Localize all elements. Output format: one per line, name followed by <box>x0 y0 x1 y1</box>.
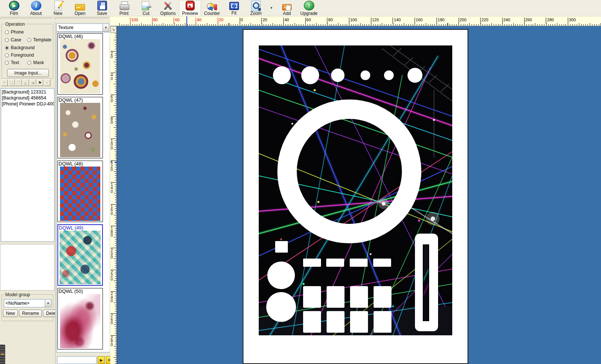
v-ruler-label: 200 <box>111 248 114 259</box>
document-page[interactable] <box>243 29 468 364</box>
toolbar-button-label: About <box>30 11 42 16</box>
empty-panel <box>0 244 54 291</box>
layer-list-item[interactable]: [Phone] Pioneer DDJ-400 <box>2 101 54 107</box>
texture-thumbnail-list: DQWL (46) DQWL (47) DQWL (48) DQWL (49) … <box>56 32 110 352</box>
toolbar-button[interactable]: Counter ▼ <box>201 0 223 16</box>
tempo-slider-slot <box>423 244 429 321</box>
pad-cutout <box>327 286 344 308</box>
toolbar-button[interactable]: Cut ▼ <box>135 0 157 16</box>
toolbar-button-icon <box>9 1 19 10</box>
model-group-button[interactable]: New <box>3 310 18 317</box>
edit-tool-button[interactable]: ◀ <box>29 79 36 86</box>
operation-radio[interactable]: Text <box>5 60 19 65</box>
apply-texture-icon[interactable]: ▶ <box>98 356 105 364</box>
edit-tool-button[interactable]: ◭ <box>22 79 29 86</box>
edit-tool-button[interactable]: ⚑ <box>37 79 43 86</box>
design-canvas[interactable] <box>117 26 601 364</box>
pad-cutout <box>303 311 321 333</box>
h-ruler-label: 20 <box>218 18 223 23</box>
h-ruler-label: 240 <box>502 18 510 23</box>
v-ruler-label: 120 <box>111 160 114 172</box>
toolbar-button[interactable]: About ▼ <box>25 0 47 16</box>
texture-thumbnail[interactable]: DQWL (49) <box>57 224 103 286</box>
toolbar-button[interactable]: Open ▼ <box>69 0 91 16</box>
v-ruler-label: 60 <box>111 95 114 102</box>
h-ruler-label: 140 <box>393 18 400 23</box>
toolbar-button[interactable]: Preview ▼ <box>179 0 201 16</box>
radio-icon <box>5 38 9 42</box>
texture-name-input[interactable] <box>57 356 97 364</box>
edit-mini-toolbar: ↶ ❏ ❐ ◭ ◀ ⚑ × <box>1 79 51 86</box>
h-ruler-label: 280 <box>546 18 554 23</box>
zoom-dropdown-arrow[interactable]: ▼ <box>270 6 273 10</box>
knob-cutout <box>273 66 291 84</box>
toolbar-button[interactable]: Zoom ▼ <box>245 0 267 16</box>
operation-radio[interactable]: Template <box>27 37 51 42</box>
texture-thumbnail-image <box>60 294 100 348</box>
toolbar-button[interactable]: Film ▼ <box>3 0 25 16</box>
operation-groupbox: Operation Phone Case Template Background… <box>1 24 53 79</box>
texture-thumbnail[interactable]: DQWL (47) <box>57 97 103 158</box>
toolbar-button-icon <box>119 1 130 10</box>
edit-tool-button[interactable]: ❏ <box>8 79 15 86</box>
tempo-slider-cutout <box>415 234 438 331</box>
toolbar-button[interactable]: Upgrade ▼ <box>298 0 320 16</box>
h-ruler-label: 120 <box>371 18 379 23</box>
texture-thumbnail-label: DQWL (49) <box>58 225 102 231</box>
texture-category-combo[interactable]: Texture ▼ <box>56 23 109 32</box>
pad-cutout <box>350 286 368 308</box>
operation-radio[interactable]: Mask <box>27 60 44 65</box>
v-ruler-label: 160 <box>111 204 114 216</box>
layer-list-item[interactable]: [Background] 456654 <box>2 95 54 101</box>
h-ruler-label: 20 <box>261 18 267 23</box>
v-ruler-label: 80 <box>111 117 114 124</box>
undo-icon: ↶ <box>3 81 6 85</box>
edit-tool-button[interactable]: ↶ <box>1 79 8 86</box>
chevron-down-icon[interactable]: ▼ <box>103 24 109 31</box>
texture-thumbnail[interactable]: DQWL (46) <box>57 33 103 95</box>
toolbar-button[interactable]: Print ▼ <box>113 0 135 16</box>
ruler-position-marker <box>186 16 187 26</box>
image-input-button[interactable]: Image Input... <box>7 69 49 77</box>
model-group-combo[interactable]: <NoName> ▼ <box>4 299 51 307</box>
texture-thumbnail[interactable]: DQWL (50) <box>57 288 103 349</box>
edit-tool-button[interactable]: × <box>44 79 50 86</box>
operation-radio[interactable]: Case <box>5 37 21 42</box>
skin-design-area[interactable] <box>259 45 452 335</box>
radio-icon <box>5 46 9 50</box>
toolbar-button[interactable]: Save ▼ <box>91 0 113 16</box>
toolbar-button[interactable]: New ▼ <box>47 0 69 16</box>
texture-thumbnail-label: DQWL (46) <box>58 34 103 39</box>
h-ruler-label: 60 <box>174 18 179 23</box>
h-ruler-label: 100 <box>130 18 138 23</box>
h-ruler-label: 160 <box>415 18 422 23</box>
texture-search-row: ▶ ✉ <box>56 355 117 364</box>
texture-thumbnail[interactable]: DQWL (48) <box>57 161 103 222</box>
chevron-down-icon[interactable]: ▼ <box>45 300 51 307</box>
toolbar-button[interactable]: Options ▼ <box>157 0 179 16</box>
texture-thumbnail-image <box>60 231 101 284</box>
toolbar-button-label: Add <box>283 11 291 16</box>
docked-mini-palette[interactable] <box>0 345 5 364</box>
toolbar-button-icon <box>75 4 85 10</box>
horizontal-ruler: 1008060402002040608010012014016018020022… <box>110 16 601 26</box>
toolbar-button[interactable]: Add ▼ <box>276 0 298 16</box>
toolbar-button-icon <box>229 2 239 10</box>
h-ruler-label: 40 <box>283 18 289 23</box>
operation-radio[interactable]: Background <box>5 45 35 50</box>
toolbar-button-icon <box>186 1 195 10</box>
h-ruler-label: 100 <box>349 18 357 23</box>
operation-radio[interactable]: Phone <box>5 29 24 35</box>
vertical-ruler: 020406080100120140160180200220240260280 <box>110 26 117 364</box>
layer-list-item[interactable]: [Background] 123321 <box>2 89 54 95</box>
edit-tool-button[interactable]: ❐ <box>15 79 22 86</box>
ruler-origin-button[interactable]: ↘ <box>110 26 117 33</box>
toolbar-button-label: Open <box>75 11 85 16</box>
knob-cutout <box>301 66 319 84</box>
play-button-cutout <box>266 292 296 322</box>
radio-icon <box>5 30 9 34</box>
h-ruler-label: 260 <box>524 18 532 23</box>
model-group-button[interactable]: Rename <box>19 310 42 317</box>
toolbar-button[interactable]: Fit ▼ <box>223 0 245 16</box>
operation-radio[interactable]: Foreground <box>5 53 34 58</box>
